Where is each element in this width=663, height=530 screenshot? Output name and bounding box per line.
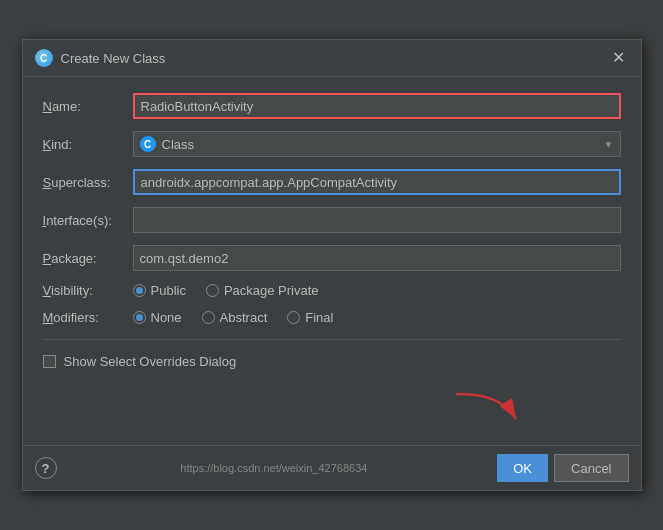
show-overrides-row[interactable]: Show Select Overrides Dialog [43, 354, 621, 369]
arrow-container [43, 385, 621, 425]
modifiers-row: Modifiers: None Abstract Final [43, 310, 621, 325]
visibility-row: Visibility: Public Package Private [43, 283, 621, 298]
show-overrides-checkbox[interactable] [43, 355, 56, 368]
visibility-package-private-option[interactable]: Package Private [206, 283, 319, 298]
modifiers-label: Modifiers: [43, 310, 133, 325]
dialog-content: Name: Kind: C Class ▼ Superclas [23, 77, 641, 445]
modifiers-radio-group: None Abstract Final [133, 310, 621, 325]
package-input[interactable] [133, 245, 621, 271]
interfaces-input[interactable] [133, 207, 621, 233]
title-bar: C Create New Class ✕ [23, 40, 641, 77]
package-label: Package: [43, 251, 133, 266]
superclass-label: Superclass: [43, 175, 133, 190]
kind-value: Class [162, 137, 598, 152]
name-row: Name: [43, 93, 621, 119]
modifiers-abstract-option[interactable]: Abstract [202, 310, 268, 325]
visibility-public-radio[interactable] [133, 284, 146, 297]
modifiers-final-radio[interactable] [287, 311, 300, 324]
modifiers-none-option[interactable]: None [133, 310, 182, 325]
dialog-title: Create New Class [61, 51, 166, 66]
modifiers-final-option[interactable]: Final [287, 310, 333, 325]
cancel-button[interactable]: Cancel [554, 454, 628, 482]
modifiers-abstract-label: Abstract [220, 310, 268, 325]
modifiers-final-label: Final [305, 310, 333, 325]
interfaces-row: Interface(s): [43, 207, 621, 233]
modifiers-none-label: None [151, 310, 182, 325]
dropdown-arrow-icon: ▼ [604, 139, 614, 150]
ok-button[interactable]: OK [497, 454, 548, 482]
visibility-label: Visibility: [43, 283, 133, 298]
divider [43, 339, 621, 340]
visibility-radio-group: Public Package Private [133, 283, 621, 298]
visibility-public-label: Public [151, 283, 186, 298]
footer-url: https://blog.csdn.net/weixin_42768634 [57, 462, 492, 474]
superclass-input[interactable] [133, 169, 621, 195]
show-overrides-label: Show Select Overrides Dialog [64, 354, 237, 369]
kind-label: Kind: [43, 137, 133, 152]
arrow-indicator [451, 389, 531, 427]
visibility-package-private-radio[interactable] [206, 284, 219, 297]
superclass-row: Superclass: [43, 169, 621, 195]
dialog-footer: ? https://blog.csdn.net/weixin_42768634 … [23, 445, 641, 490]
package-row: Package: [43, 245, 621, 271]
visibility-package-private-label: Package Private [224, 283, 319, 298]
modifiers-abstract-radio[interactable] [202, 311, 215, 324]
kind-badge: C [140, 136, 156, 152]
create-new-class-dialog: C Create New Class ✕ Name: Kind: C [22, 39, 642, 491]
kind-select-wrapper: C Class ▼ [133, 131, 621, 157]
help-button[interactable]: ? [35, 457, 57, 479]
visibility-public-option[interactable]: Public [133, 283, 186, 298]
name-label: Name: [43, 99, 133, 114]
kind-row: Kind: C Class ▼ [43, 131, 621, 157]
modifiers-none-radio[interactable] [133, 311, 146, 324]
close-button[interactable]: ✕ [608, 48, 629, 68]
name-input[interactable] [133, 93, 621, 119]
title-bar-left: C Create New Class [35, 49, 166, 67]
interfaces-label: Interface(s): [43, 213, 133, 228]
dialog-icon: C [35, 49, 53, 67]
